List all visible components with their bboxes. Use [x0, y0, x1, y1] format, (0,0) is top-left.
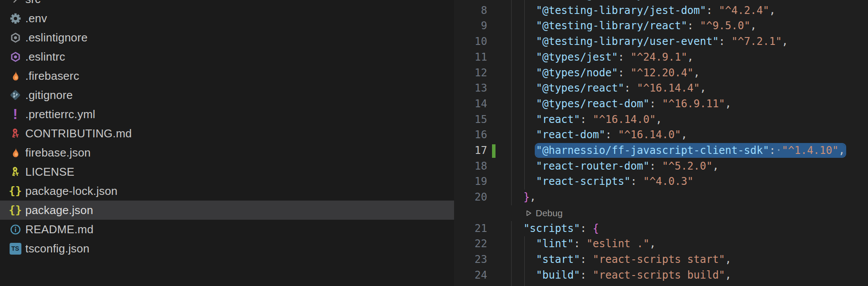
code-line-16[interactable]: 16 "react-dom": "^16.14.0", — [454, 127, 868, 143]
info-icon — [9, 223, 22, 236]
git-added-gutter-indicator — [492, 144, 496, 158]
code-text: "@types/react": "^16.14.4", — [511, 81, 706, 96]
run-triangle-icon — [526, 210, 532, 217]
folder-row-src[interactable]: src — [0, 0, 454, 9]
file-row--firebaserc[interactable]: .firebaserc — [0, 66, 454, 85]
code-line-15[interactable]: 15 "react": "^16.14.0", — [454, 112, 868, 128]
keys-red-icon — [9, 127, 22, 140]
chevron-icon — [9, 0, 22, 6]
code-text: "@harnessio/ff-javascript-client-sdk":·"… — [511, 143, 845, 159]
code-text: "@testing-library/jest-dom": "^4.2.4", — [511, 3, 776, 19]
code-text: "@testing-library/user-event": "^7.2.1", — [511, 34, 788, 50]
file-row--eslintrc[interactable]: .eslintrc — [0, 47, 454, 66]
code-line-21[interactable]: 21 "scripts": { — [454, 221, 868, 237]
line-number[interactable]: 22 — [454, 236, 487, 252]
file-row-tsconfig-json[interactable]: TStsconfig.json — [0, 239, 454, 258]
file-label: .env — [25, 12, 47, 25]
code-text: "lint": "eslint .", — [511, 236, 656, 252]
file-label: README.md — [25, 223, 93, 236]
file-label: .eslintrc — [25, 50, 65, 64]
code-text: "@testing-library/react": "^9.5.0", — [511, 18, 757, 34]
code-line-23[interactable]: 23 "start": "react-scripts start", — [454, 252, 868, 268]
code-text: "@types/react-dom": "^16.9.11", — [511, 96, 731, 112]
codelens-row: Debug — [454, 205, 868, 221]
code-line-8[interactable]: 8 "@testing-library/jest-dom": "^4.2.4", — [454, 3, 868, 19]
codelens-label: Debug — [536, 205, 563, 221]
braces-icon: {} — [9, 204, 22, 217]
file-label: LICENSE — [25, 165, 75, 179]
line-number[interactable]: 17 — [454, 143, 487, 159]
line-number[interactable]: 10 — [454, 34, 487, 50]
ts-icon: TS — [9, 242, 22, 255]
code-line-18[interactable]: 18 "react-router-dom": "^5.2.0", — [454, 159, 868, 174]
file-row--env[interactable]: .env — [0, 9, 454, 28]
file-label: .eslintignore — [25, 31, 88, 44]
line-number[interactable]: 14 — [454, 96, 487, 112]
file-label: tsconfig.json — [25, 242, 89, 255]
file-explorer-sidebar: src .env .eslintignore .eslintrc .fireba… — [0, 0, 454, 286]
code-text: "@testing-library/dom": "^6.16.0", — [511, 0, 750, 3]
file-row-contributing-md[interactable]: CONTRIBUTING.md — [0, 124, 454, 143]
line-number[interactable]: 19 — [454, 174, 487, 190]
firebase-icon — [9, 69, 22, 82]
line-number[interactable]: 11 — [454, 50, 487, 65]
file-row--gitignore[interactable]: .gitignore — [0, 85, 454, 105]
code-line-24[interactable]: 24 "build": "react-scripts build", — [454, 268, 868, 283]
code-line-14[interactable]: 14 "@types/react-dom": "^16.9.11", — [454, 96, 868, 112]
file-label: firebase.json — [25, 146, 91, 160]
line-number[interactable]: 13 — [454, 81, 487, 96]
code-line-17[interactable]: 17 "@harnessio/ff-javascript-client-sdk"… — [454, 143, 868, 159]
eslint-gray-icon — [9, 31, 22, 44]
line-number[interactable]: 7 — [454, 0, 487, 3]
code-line-11[interactable]: 11 "@types/jest": "^24.9.1", — [454, 50, 868, 65]
code-text: "react-scripts": "^4.0.3" — [511, 174, 694, 190]
line-number[interactable]: 18 — [454, 159, 487, 174]
code-line-10[interactable]: 10 "@testing-library/user-event": "^7.2.… — [454, 34, 868, 50]
code-text: "react": "^16.14.0", — [511, 112, 662, 128]
file-label: .prettierrc.yml — [25, 108, 95, 121]
code-line-22[interactable]: 22 "lint": "eslint .", — [454, 236, 868, 252]
file-row--eslintignore[interactable]: .eslintignore — [0, 28, 454, 47]
firebase-icon — [9, 146, 22, 159]
code-editor[interactable]: 7 "@testing-library/dom": "^6.16.0",8 "@… — [454, 0, 868, 286]
line-number[interactable]: 12 — [454, 65, 487, 81]
file-row-firebase-json[interactable]: firebase.json — [0, 143, 454, 162]
code-line-12[interactable]: 12 "@types/node": "^12.20.4", — [454, 65, 868, 81]
file-row-license[interactable]: LICENSE — [0, 162, 454, 181]
keys-yellow-icon — [9, 165, 22, 178]
code-text: }, — [511, 190, 536, 205]
file-row--prettierrc-yml[interactable]: !.prettierrc.yml — [0, 105, 454, 124]
gear-icon — [9, 12, 22, 25]
line-number[interactable]: 23 — [454, 252, 487, 268]
file-label: package-lock.json — [25, 184, 118, 198]
code-text: "react-dom": "^16.14.0", — [511, 127, 687, 143]
code-text: "scripts": { — [511, 221, 599, 237]
code-line-13[interactable]: 13 "@types/react": "^16.14.4", — [454, 81, 868, 96]
vscode-window: src .env .eslintignore .eslintrc .fireba… — [0, 0, 868, 286]
file-label: .gitignore — [25, 89, 73, 102]
code-text: "react-router-dom": "^5.2.0", — [511, 159, 719, 174]
code-line-20[interactable]: 20 }, — [454, 190, 868, 205]
code-text: "build": "react-scripts build", — [511, 268, 731, 283]
line-number[interactable]: 8 — [454, 3, 487, 19]
code-text: "@types/node": "^12.20.4", — [511, 65, 700, 81]
code-text: "start": "react-scripts start", — [511, 252, 731, 268]
code-line-19[interactable]: 19 "react-scripts": "^4.0.3" — [454, 174, 868, 190]
file-label: .firebaserc — [25, 69, 79, 83]
file-row-readme-md[interactable]: README.md — [0, 220, 454, 239]
exclamation-icon: ! — [9, 108, 22, 121]
code-line-9[interactable]: 9 "@testing-library/react": "^9.5.0", — [454, 18, 868, 34]
line-number[interactable]: 15 — [454, 112, 487, 128]
code-text: "@types/jest": "^24.9.1", — [511, 50, 694, 65]
line-number[interactable]: 20 — [454, 190, 487, 205]
braces-icon: {} — [9, 184, 22, 197]
line-number[interactable]: 24 — [454, 268, 487, 283]
file-row-package-lock-json[interactable]: {}package-lock.json — [0, 181, 454, 201]
file-label: src — [25, 0, 41, 6]
selected-text: "@harnessio/ff-javascript-client-sdk":·"… — [536, 144, 845, 157]
line-number[interactable]: 16 — [454, 127, 487, 143]
debug-codelens-link[interactable]: Debug — [526, 205, 563, 221]
line-number[interactable]: 9 — [454, 18, 487, 34]
file-row-package-json[interactable]: {}package.json — [0, 201, 454, 220]
line-number[interactable]: 21 — [454, 221, 487, 237]
